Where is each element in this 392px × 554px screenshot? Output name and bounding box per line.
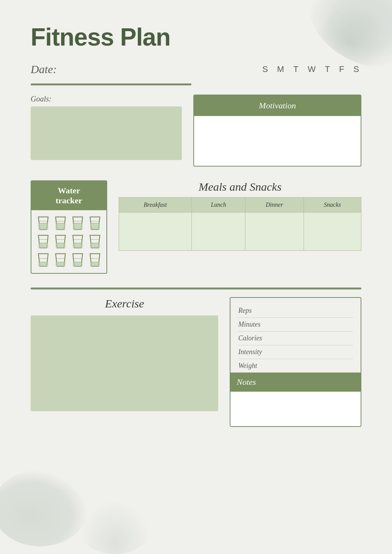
fitness-plan-page: Fitness Plan Date: S M T W T F S Goals: … xyxy=(0,0,392,554)
stats-list: Reps Minutes Calories Intensity Weight xyxy=(230,298,361,373)
goals-label: Goals: xyxy=(31,95,182,103)
svg-rect-15 xyxy=(56,243,65,248)
day-m: M xyxy=(277,64,286,74)
svg-rect-30 xyxy=(73,262,82,266)
glass-7 xyxy=(70,234,85,249)
glass-5 xyxy=(36,234,50,249)
glass-12 xyxy=(88,252,102,268)
svg-rect-9 xyxy=(90,223,100,229)
day-t2: T xyxy=(325,64,332,74)
meal-lunch-cell[interactable] xyxy=(192,212,245,251)
water-tracker-title: Watertracker xyxy=(31,181,106,210)
meal-breakfast-cell[interactable] xyxy=(119,212,192,251)
water-meals-row: Watertracker xyxy=(31,180,361,274)
notes-body[interactable] xyxy=(230,392,361,426)
meals-title: Meals and Snacks xyxy=(119,180,361,193)
meals-row xyxy=(119,212,361,251)
svg-rect-24 xyxy=(38,262,48,266)
meal-snacks-cell[interactable] xyxy=(304,212,361,251)
water-tracker-section: Watertracker xyxy=(31,180,107,274)
glass-10 xyxy=(53,252,67,268)
svg-rect-21 xyxy=(90,243,100,248)
page-title: Fitness Plan xyxy=(31,23,361,51)
exercise-divider xyxy=(31,288,361,289)
watercolor-bottom-center xyxy=(77,497,153,554)
day-s1: S xyxy=(262,64,270,74)
svg-rect-18 xyxy=(73,243,82,248)
glass-4 xyxy=(88,216,102,231)
meals-col-snacks: Snacks xyxy=(304,198,361,212)
motivation-body[interactable] xyxy=(194,116,361,166)
exercise-row: Exercise Reps Minutes Calories Intensity… xyxy=(31,297,361,427)
stat-intensity: Intensity xyxy=(238,345,353,359)
exercise-section: Exercise xyxy=(31,297,218,427)
svg-rect-6 xyxy=(73,223,82,229)
stat-calories: Calories xyxy=(238,332,353,345)
goals-motivation-row: Goals: Motivation xyxy=(31,95,361,167)
date-label: Date: xyxy=(31,63,57,76)
glass-2 xyxy=(53,216,67,231)
motivation-header: Motivation xyxy=(194,95,361,116)
stat-minutes: Minutes xyxy=(238,318,353,332)
meals-col-lunch: Lunch xyxy=(192,198,245,212)
glass-3 xyxy=(70,216,85,231)
glass-9 xyxy=(36,252,50,268)
glass-8 xyxy=(88,234,102,249)
svg-rect-3 xyxy=(56,223,65,229)
svg-rect-27 xyxy=(56,262,65,266)
meals-table: Breakfast Lunch Dinner Snacks xyxy=(119,197,361,251)
day-f: F xyxy=(339,64,346,74)
svg-rect-33 xyxy=(90,262,100,266)
water-glasses-grid xyxy=(36,216,102,268)
goals-box[interactable] xyxy=(31,106,182,160)
meals-section: Meals and Snacks Breakfast Lunch Dinner … xyxy=(119,180,361,274)
exercise-box[interactable] xyxy=(31,315,218,411)
svg-rect-0 xyxy=(38,223,48,229)
motivation-section: Motivation xyxy=(193,95,361,167)
stat-weight: Weight xyxy=(238,359,353,373)
days-row: S M T W T F S xyxy=(262,64,361,74)
stat-reps: Reps xyxy=(238,304,353,318)
watercolor-top-right xyxy=(308,0,392,69)
notes-header: Notes xyxy=(230,373,361,392)
exercise-title: Exercise xyxy=(31,297,218,310)
date-divider xyxy=(31,83,191,85)
glass-6 xyxy=(53,234,67,249)
day-t1: T xyxy=(293,64,301,74)
watercolor-bottom-left xyxy=(0,470,88,546)
glass-11 xyxy=(70,252,85,268)
goals-section: Goals: xyxy=(31,95,182,167)
meal-dinner-cell[interactable] xyxy=(245,212,304,251)
stats-notes-section: Reps Minutes Calories Intensity Weight N… xyxy=(230,297,361,427)
day-w: W xyxy=(308,64,318,74)
glass-1 xyxy=(36,216,50,231)
meals-col-dinner: Dinner xyxy=(245,198,304,212)
date-days-row: Date: S M T W T F S xyxy=(31,63,361,76)
svg-rect-12 xyxy=(38,243,48,248)
day-s2: S xyxy=(353,64,361,74)
meals-col-breakfast: Breakfast xyxy=(119,198,192,212)
